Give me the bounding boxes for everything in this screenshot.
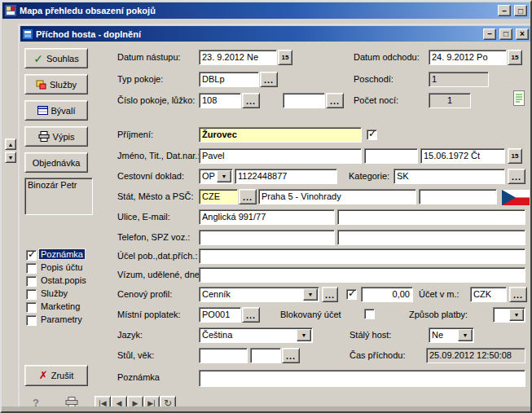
sidebar-checkbox-ostat-popis-label[interactable]: Ostat.popis <box>39 275 88 285</box>
former-guests-button-label: Bývalí <box>51 106 76 116</box>
confirm-button-label: Souhlas <box>46 54 79 64</box>
outer-minimize-button[interactable]: – <box>498 5 511 16</box>
cancel-icon: ✗ <box>39 371 48 380</box>
phone-field[interactable] <box>199 230 335 245</box>
bed-number-field[interactable] <box>283 93 325 108</box>
arrival-time-label: Čas příchodu: <box>350 350 405 360</box>
outer-titlebar[interactable]: Mapa přehledu obsazení pokojů – □ <box>2 2 530 19</box>
local-fee-ellipsis-button[interactable]: ... <box>242 307 260 323</box>
order-button[interactable]: Objednávka <box>24 152 88 173</box>
scroll-up-button[interactable]: ▲ <box>5 138 16 150</box>
sidebar-checkbox-marketing[interactable] <box>26 302 37 313</box>
country-field[interactable]: CZE <box>199 189 238 204</box>
sidebar-checkbox-popis-uctu[interactable] <box>26 263 37 274</box>
note-label: Poznámka <box>117 372 160 382</box>
sidebar-checkbox-popis-uctu-label[interactable]: Popis účtu <box>39 262 84 272</box>
document-label: Cestovní doklad: <box>117 171 184 181</box>
account-currency-ellipsis-button[interactable]: ... <box>509 287 527 302</box>
departure-date-label: Datum odchodu: <box>354 52 420 62</box>
bed-number-ellipsis-button[interactable]: ... <box>326 93 344 108</box>
services-button[interactable]: Služby <box>24 74 88 94</box>
zip-field[interactable] <box>419 189 497 204</box>
title-field[interactable] <box>364 148 418 164</box>
local-fee-field[interactable]: PO001 <box>199 307 241 323</box>
dialog-maximize-button[interactable]: □ <box>499 29 512 40</box>
price-profile-dropdown[interactable]: Cenník▼ <box>199 287 319 302</box>
dialog-titlebar[interactable]: Příchod hosta - doplnění – □ × <box>20 26 531 42</box>
window-bottom-edge <box>2 406 530 411</box>
sidebar-checkbox-sluzby-label[interactable]: Služby <box>39 288 69 298</box>
scroll-up-icon: ▲ <box>8 142 14 147</box>
room-type-ellipsis-button[interactable]: ... <box>260 72 278 87</box>
minimize-icon: – <box>487 29 492 38</box>
purpose-field[interactable] <box>199 248 525 264</box>
table-field[interactable] <box>199 348 248 363</box>
payment-method-dropdown[interactable]: ▼ <box>493 307 525 323</box>
sidebar-checkbox-sluzby[interactable] <box>26 289 37 300</box>
ellipsis-icon: ... <box>513 292 523 298</box>
document-type-dropdown[interactable]: OP▼ <box>199 169 233 184</box>
arrival-date-field[interactable]: 23. 9.2012 Ne <box>199 50 277 65</box>
chevron-down-icon[interactable]: ▼ <box>297 329 311 341</box>
licence-plate-field[interactable] <box>337 230 525 245</box>
ellipsis-icon: ... <box>512 174 521 180</box>
arrival-calendar-button[interactable]: 15 <box>278 50 292 65</box>
notes-icon[interactable] <box>512 90 526 109</box>
chevron-down-icon[interactable]: ▼ <box>509 309 524 321</box>
guest-arrival-dialog: Příchod hosta - doplnění – □ × ✓ Souhlas… <box>18 24 532 409</box>
room-number-field[interactable]: 108 <box>199 93 241 108</box>
printout-button[interactable]: Výpis <box>24 126 88 147</box>
category-field[interactable]: SK <box>394 169 505 184</box>
surname-checkbox[interactable] <box>367 130 377 140</box>
age-field[interactable] <box>250 348 281 363</box>
sidebar-checkbox-parametry[interactable] <box>26 315 37 326</box>
regular-guest-dropdown[interactable]: Ne▼ <box>429 327 474 343</box>
sidebar-checkbox-marketing-label[interactable]: Marketing <box>39 301 81 311</box>
departure-calendar-button[interactable]: 15 <box>508 50 522 65</box>
confirm-button[interactable]: ✓ Souhlas <box>24 48 88 68</box>
email-field[interactable] <box>337 209 525 225</box>
chevron-down-icon[interactable]: ▼ <box>303 288 318 301</box>
category-ellipsis-button[interactable]: ... <box>508 169 525 184</box>
sidebar-checkbox-poznamka-label[interactable]: Poznámka <box>39 249 85 259</box>
blocked-account-checkbox[interactable] <box>364 309 375 319</box>
firstname-field[interactable]: Pavel <box>199 148 362 164</box>
ellipsis-icon: ... <box>264 77 274 83</box>
outer-maximize-button[interactable]: □ <box>514 5 527 16</box>
scroll-down-button[interactable]: ▼ <box>5 152 16 163</box>
birthdate-calendar-button[interactable]: 15 <box>508 148 522 164</box>
price-amount-field[interactable]: 0,00 <box>361 287 413 302</box>
table-ellipsis-button[interactable]: ... <box>282 348 300 363</box>
cancel-button[interactable]: ✗ Zrušit <box>24 365 88 386</box>
room-number-ellipsis-button[interactable]: ... <box>242 93 260 108</box>
printout-button-label: Výpis <box>53 132 75 142</box>
account-currency-field[interactable]: CZK <box>470 287 507 302</box>
visa-field[interactable] <box>199 267 525 283</box>
floor-field: 1 <box>429 72 489 87</box>
nav-first-icon: |◀ <box>99 399 106 407</box>
sidebar-checkbox-ostat-popis[interactable] <box>26 276 37 287</box>
sidebar-checkbox-poznamka[interactable] <box>26 250 37 261</box>
birthdate-field[interactable]: 15.06.1972 Čt <box>420 148 505 164</box>
dialog-minimize-button[interactable]: – <box>483 29 496 40</box>
departure-date-field[interactable]: 24. 9.2012 Po <box>429 50 507 65</box>
price-profile-ellipsis-button[interactable]: ... <box>322 287 338 302</box>
sidebar-checkbox-parametry-label[interactable]: Parametry <box>39 314 84 324</box>
room-number-label: Číslo pokoje, lůžko: <box>117 95 195 105</box>
city-field[interactable]: Praha 5 - Vinohrady <box>258 189 416 204</box>
close-icon: × <box>520 29 525 38</box>
chevron-down-icon[interactable]: ▼ <box>217 170 231 182</box>
surname-field[interactable]: Žurovec <box>199 127 362 143</box>
note-field[interactable] <box>199 370 525 387</box>
country-ellipsis-button[interactable]: ... <box>239 189 257 204</box>
dialog-icon <box>23 29 33 39</box>
dialog-close-button[interactable]: × <box>516 29 529 40</box>
room-type-field[interactable]: DBLp <box>199 72 259 87</box>
price-profile-checkbox[interactable] <box>346 289 357 300</box>
street-field[interactable]: Anglická 991/77 <box>199 209 335 225</box>
nights-field: 1 <box>429 93 471 108</box>
chevron-down-icon[interactable]: ▼ <box>458 329 473 341</box>
language-dropdown[interactable]: Čeština▼ <box>199 327 313 343</box>
former-guests-button[interactable]: Bývalí <box>24 100 88 121</box>
document-number-field[interactable]: 1122448877 <box>235 169 337 184</box>
